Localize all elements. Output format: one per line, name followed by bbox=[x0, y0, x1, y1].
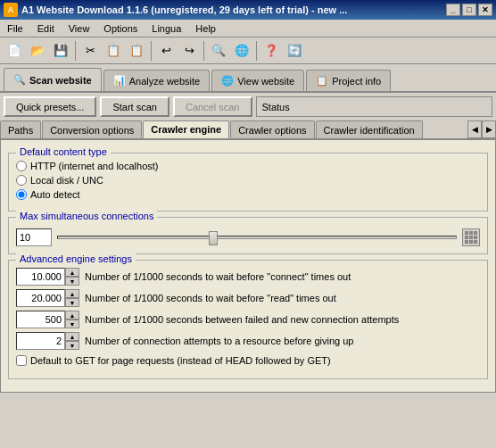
radio-local-row: Local disk / UNC bbox=[16, 175, 480, 186]
connections-group: Max simultaneous connections bbox=[8, 217, 488, 254]
content-type-group: Default content type HTTP (internet and … bbox=[8, 153, 488, 212]
read-timeout-up[interactable]: ▲ bbox=[65, 289, 79, 298]
max-attempts-up[interactable]: ▲ bbox=[65, 332, 79, 341]
menu-bar: File Edit View Options Lingua Help bbox=[0, 20, 496, 37]
connect-timeout-input[interactable] bbox=[16, 268, 65, 286]
menu-edit[interactable]: Edit bbox=[34, 21, 58, 36]
read-timeout-input[interactable] bbox=[16, 289, 65, 307]
menu-lingua[interactable]: Lingua bbox=[148, 21, 185, 36]
close-button[interactable]: ✕ bbox=[478, 4, 492, 16]
conversion-tab-label: Conversion options bbox=[50, 125, 134, 136]
radio-http[interactable] bbox=[16, 161, 27, 171]
copy-button[interactable]: 📋 bbox=[103, 40, 124, 62]
max-attempts-row: ▲ ▼ Number of connection attempts to a r… bbox=[16, 332, 480, 350]
connections-slider-track bbox=[57, 228, 457, 246]
get-requests-row: Default to GET for page requests (instea… bbox=[16, 355, 480, 366]
read-timeout-row: ▲ ▼ Number of 1/1000 seconds to wait bef… bbox=[16, 289, 480, 307]
tab-scan-website[interactable]: 🔍 Scan website bbox=[4, 68, 102, 91]
sub-tab-conversion[interactable]: Conversion options bbox=[42, 120, 142, 138]
max-attempts-spinner: ▲ ▼ bbox=[16, 332, 79, 350]
undo-button[interactable]: ↩ bbox=[155, 40, 177, 62]
radio-local-label: Local disk / UNC bbox=[30, 175, 103, 186]
tab-scroll-arrows: ◀ ▶ bbox=[467, 120, 496, 138]
connections-label: Max simultaneous connections bbox=[16, 211, 157, 221]
toolbar-separator-1 bbox=[75, 41, 76, 61]
radio-http-row: HTTP (internet and localhost) bbox=[16, 161, 480, 171]
get-requests-checkbox[interactable] bbox=[16, 355, 27, 366]
tab-view-website[interactable]: 🌐 View website bbox=[211, 70, 304, 91]
sub-tab-crawler-id[interactable]: Crawler identification bbox=[316, 120, 423, 138]
toolbar-separator-4 bbox=[256, 41, 257, 61]
radio-auto-label: Auto detect bbox=[30, 189, 80, 200]
web-button[interactable]: 🌐 bbox=[231, 40, 252, 62]
main-tab-bar: 🔍 Scan website 📊 Analyze website 🌐 View … bbox=[0, 64, 496, 93]
analyze-tab-icon: 📊 bbox=[113, 75, 126, 87]
paths-tab-label: Paths bbox=[8, 125, 33, 136]
quick-presets-button[interactable]: Quick presets... bbox=[4, 96, 96, 117]
tab-scroll-left[interactable]: ◀ bbox=[467, 120, 482, 138]
crawler-id-tab-label: Crawler identification bbox=[324, 125, 415, 136]
app-icon: A bbox=[4, 3, 18, 17]
action-button-row: Quick presets... Start scan Cancel scan … bbox=[0, 93, 496, 120]
advanced-settings-group: Advanced engine settings ▲ ▼ Number of 1… bbox=[8, 260, 488, 379]
cancel-scan-button[interactable]: Cancel scan bbox=[173, 96, 252, 117]
new-button[interactable]: 📄 bbox=[4, 40, 25, 62]
cut-button[interactable]: ✂ bbox=[79, 40, 101, 62]
radio-local[interactable] bbox=[16, 175, 27, 186]
tab-analyze-website[interactable]: 📊 Analyze website bbox=[103, 70, 211, 91]
max-attempts-down[interactable]: ▼ bbox=[65, 341, 79, 350]
retry-interval-row: ▲ ▼ Number of 1/1000 seconds between fai… bbox=[16, 311, 480, 328]
crawler-engine-tab-label: Crawler engine bbox=[151, 124, 221, 135]
sub-tab-bar: Paths Conversion options Crawler engine … bbox=[0, 120, 496, 139]
crawler-options-tab-label: Crawler options bbox=[238, 125, 306, 136]
save-button[interactable]: 💾 bbox=[50, 40, 71, 62]
get-requests-label: Default to GET for page requests (instea… bbox=[30, 355, 331, 366]
read-timeout-label: Number of 1/1000 seconds to wait before … bbox=[85, 293, 336, 303]
max-attempts-input[interactable] bbox=[16, 332, 65, 350]
scan-tab-icon: 🔍 bbox=[13, 74, 26, 86]
sub-tab-crawler-engine[interactable]: Crawler engine bbox=[143, 120, 229, 138]
retry-interval-up[interactable]: ▲ bbox=[65, 311, 79, 319]
radio-auto[interactable] bbox=[16, 189, 27, 200]
connect-timeout-up[interactable]: ▲ bbox=[65, 268, 79, 277]
menu-view[interactable]: View bbox=[65, 21, 94, 36]
sub-tab-paths[interactable]: Paths bbox=[0, 120, 41, 138]
retry-interval-spinner: ▲ ▼ bbox=[16, 311, 79, 328]
menu-file[interactable]: File bbox=[4, 21, 27, 36]
connections-slider-thumb[interactable] bbox=[209, 231, 218, 245]
connect-timeout-spinner: ▲ ▼ bbox=[16, 268, 79, 286]
refresh-button[interactable]: 🔄 bbox=[284, 40, 305, 62]
menu-help[interactable]: Help bbox=[192, 21, 219, 36]
crawler-engine-panel: Default content type HTTP (internet and … bbox=[0, 139, 496, 393]
help-button[interactable]: ❓ bbox=[260, 40, 282, 62]
maximize-button[interactable]: □ bbox=[462, 4, 476, 16]
read-timeout-spinner: ▲ ▼ bbox=[16, 289, 79, 307]
content-type-label: Default content type bbox=[16, 146, 111, 157]
connect-timeout-label: Number of 1/1000 seconds to wait before … bbox=[85, 271, 351, 282]
tab-scroll-right[interactable]: ▶ bbox=[482, 120, 496, 138]
grid-button[interactable] bbox=[462, 228, 480, 246]
retry-interval-down[interactable]: ▼ bbox=[65, 319, 79, 328]
minimize-button[interactable]: _ bbox=[446, 4, 460, 16]
read-timeout-down[interactable]: ▼ bbox=[65, 298, 79, 307]
status-display: Status bbox=[256, 96, 493, 117]
advanced-settings-label: Advanced engine settings bbox=[16, 253, 136, 264]
start-scan-button[interactable]: Start scan bbox=[100, 96, 169, 117]
toolbar-separator-3 bbox=[203, 41, 204, 61]
paste-button[interactable]: 📋 bbox=[126, 40, 147, 62]
retry-interval-input[interactable] bbox=[16, 311, 65, 328]
menu-options[interactable]: Options bbox=[100, 21, 141, 36]
connections-input[interactable] bbox=[16, 228, 52, 246]
search-button[interactable]: 🔍 bbox=[208, 40, 229, 62]
sub-tab-crawler-options[interactable]: Crawler options bbox=[230, 120, 314, 138]
view-tab-icon: 🌐 bbox=[221, 75, 234, 87]
connect-timeout-row: ▲ ▼ Number of 1/1000 seconds to wait bef… bbox=[16, 268, 480, 286]
open-button[interactable]: 📂 bbox=[27, 40, 48, 62]
redo-button[interactable]: ↪ bbox=[178, 40, 200, 62]
connections-slider-rail bbox=[57, 236, 457, 239]
connect-timeout-down[interactable]: ▼ bbox=[65, 277, 79, 286]
radio-auto-row: Auto detect bbox=[16, 189, 480, 200]
retry-interval-label: Number of 1/1000 seconds between failed … bbox=[85, 314, 399, 325]
tab-project-info[interactable]: 📋 Project info bbox=[306, 70, 391, 91]
scan-tab-label: Scan website bbox=[29, 75, 92, 86]
